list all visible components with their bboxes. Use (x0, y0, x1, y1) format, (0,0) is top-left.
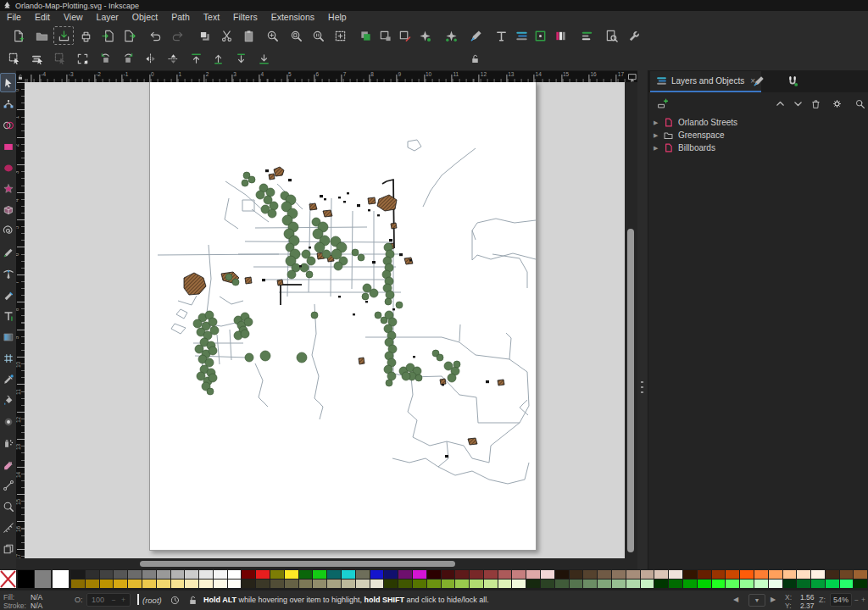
swatch-#0a660a[interactable] (299, 570, 313, 579)
swatch-#999999[interactable] (157, 570, 170, 579)
panel-splitter[interactable] (637, 70, 648, 569)
tool-pen-button[interactable] (0, 263, 16, 283)
rotate-ccw-button[interactable] (95, 49, 115, 68)
swatch-#006b00[interactable] (669, 580, 682, 588)
search-layers-button[interactable] (851, 95, 868, 112)
swatch-#1ad1d1[interactable] (342, 570, 355, 579)
swatch-#c7e893[interactable] (484, 580, 498, 588)
undo-button[interactable] (144, 25, 166, 46)
swatch-#6b8d64[interactable] (583, 580, 597, 588)
swatch-#666245[interactable] (285, 580, 298, 588)
tool-shape-builder-button[interactable] (0, 115, 16, 135)
fill-stroke-button[interactable] (465, 25, 487, 46)
flip-h-button[interactable] (140, 49, 160, 68)
selection-box-button[interactable] (72, 49, 92, 68)
swatch-#567500[interactable] (413, 580, 426, 588)
tool-selector-button[interactable] (0, 73, 16, 92)
swatch-#b3b3b3[interactable] (171, 570, 185, 579)
tool-connector-button[interactable] (0, 475, 16, 495)
swatch-#ffa05c[interactable] (769, 570, 782, 579)
swatch-#c67e7e[interactable] (512, 570, 526, 579)
swatch-#26ff6b[interactable] (840, 580, 854, 588)
lock-ratio-button[interactable] (465, 49, 485, 68)
palette-menu-button[interactable]: ▼ (748, 594, 765, 607)
palette-scroll-right-icon[interactable]: ▶ (771, 596, 776, 603)
swatch-#705a45[interactable] (598, 570, 611, 579)
zoom-page-button[interactable] (285, 25, 307, 46)
swatches-button[interactable] (549, 25, 571, 46)
lower-layer-button[interactable] (789, 95, 807, 112)
tab-fill-stroke[interactable] (748, 73, 769, 90)
current-layer-indicator[interactable]: (root) (142, 596, 162, 605)
zoom-drawing-button[interactable] (261, 25, 283, 46)
swatch-#e81e1e[interactable] (256, 570, 270, 579)
swatch-#cc4700[interactable] (726, 570, 739, 579)
swatch-#ffc28f[interactable] (783, 570, 797, 579)
tool-star-button[interactable] (0, 179, 16, 198)
swatch-#f0e2da[interactable] (669, 570, 682, 579)
group-button[interactable] (414, 25, 436, 46)
document-new-button[interactable] (7, 25, 29, 46)
swatch-#c9f2c5[interactable] (641, 580, 654, 588)
swatch-#331400[interactable] (683, 570, 697, 579)
swatch-#ff7e33[interactable] (754, 570, 768, 579)
zoom-value[interactable]: 54% (833, 596, 849, 604)
tool-bucket-button[interactable] (0, 391, 16, 410)
swatch-#faecb5[interactable] (185, 580, 198, 588)
swatch-#450d0d[interactable] (442, 570, 455, 579)
swatch-#00360e[interactable] (783, 580, 797, 588)
tool-tweak-button[interactable] (0, 412, 16, 431)
opacity-value[interactable]: 100 (87, 596, 112, 604)
swatch-#923b3b[interactable] (484, 570, 498, 579)
no-color-swatch[interactable] (0, 570, 16, 588)
swatch-#98bf92[interactable] (612, 580, 626, 588)
swatch-#ff5c0a[interactable] (740, 570, 754, 579)
layer-row-greenspace[interactable]: ▶Greenspace (648, 129, 868, 141)
swatch-#006b23[interactable] (797, 580, 810, 588)
swatch-#00d400[interactable] (698, 580, 711, 588)
layer-settings-button[interactable] (828, 95, 846, 112)
tab-snapping[interactable] (782, 73, 803, 90)
swatch-#6c9310[interactable] (427, 580, 441, 588)
menu-help[interactable]: Help (321, 11, 353, 24)
tool-pencil-button[interactable] (0, 242, 16, 262)
menu-edit[interactable]: Edit (28, 11, 57, 24)
tool-eraser-button[interactable] (0, 454, 16, 474)
swatch-#009f38[interactable] (811, 580, 825, 588)
swatch-#14cc14[interactable] (313, 570, 326, 579)
menu-filters[interactable]: Filters (226, 11, 264, 24)
swatch-#405b39[interactable] (555, 580, 569, 588)
swatch-#55422e[interactable] (583, 570, 597, 579)
zoom-plus-button[interactable]: + (861, 596, 865, 604)
swatch-#e8e6d6[interactable] (370, 580, 384, 588)
swatch-#661f00[interactable] (698, 570, 711, 579)
palette-scroll-left-icon[interactable]: ◀ (733, 596, 738, 603)
swatch-#9c6231[interactable] (854, 570, 867, 579)
swatch-#808080[interactable] (142, 570, 156, 579)
swatch-#eaffea[interactable] (769, 580, 782, 588)
fill-value[interactable]: N/A (31, 593, 42, 602)
swatch-#b0db70[interactable] (470, 580, 483, 588)
menu-path[interactable]: Path (164, 11, 197, 24)
print-button[interactable] (75, 25, 97, 46)
vertical-scrollbar[interactable] (625, 82, 637, 558)
tool-spiral-button[interactable] (0, 221, 16, 241)
align-button[interactable] (576, 25, 598, 46)
paste-button[interactable] (237, 25, 259, 46)
swatch-#bd9400[interactable] (100, 580, 114, 588)
tool-calligraphy-button[interactable] (0, 285, 16, 304)
tab-layers-and-objects[interactable]: Layers and Objects × (650, 71, 761, 92)
folder-open-button[interactable] (31, 25, 53, 46)
menu-extensions[interactable]: Extensions (264, 11, 321, 24)
menu-view[interactable]: View (57, 11, 90, 24)
swatch-#ffdfc2[interactable] (797, 570, 810, 579)
ungroup-button[interactable] (440, 25, 462, 46)
flip-v-button[interactable] (163, 49, 183, 68)
swatch-#a38000[interactable] (86, 580, 99, 588)
horizontal-scrollbar[interactable] (16, 558, 637, 569)
swatch-#ffffff[interactable] (228, 570, 242, 579)
menu-file[interactable]: File (0, 11, 28, 24)
raise-top-button[interactable] (186, 49, 206, 68)
expand-triangle-icon[interactable]: ▶ (654, 145, 661, 152)
swatch-#ecc94d[interactable] (142, 580, 156, 588)
